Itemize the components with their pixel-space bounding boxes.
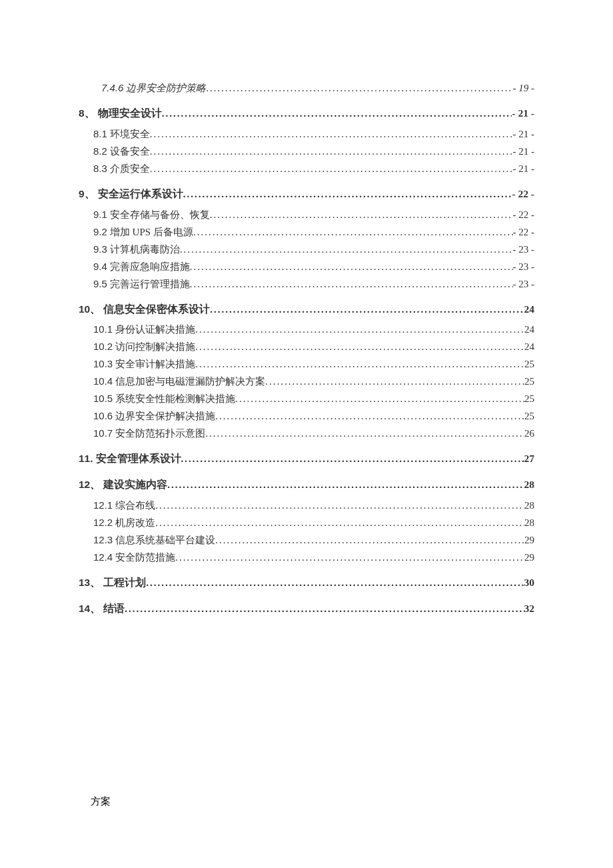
- toc-leader-dots: [235, 391, 524, 407]
- toc-leader-dots: [150, 161, 513, 177]
- toc-number: 9.4: [93, 261, 107, 272]
- toc-label: 9.2增加 UPS 后备电源: [93, 224, 193, 240]
- toc-number: 12、: [79, 479, 101, 490]
- toc-label: 10.2访问控制解决措施: [93, 339, 195, 355]
- toc-title: 安全防范措施: [115, 552, 175, 563]
- toc-page-number: - 23 -: [513, 259, 535, 275]
- toc-row: 9.5完善运行管理措施- 23 -: [93, 276, 534, 292]
- toc-label: 12.4安全防范措施: [93, 549, 175, 565]
- toc-title: 安全审计解决措施: [115, 359, 195, 369]
- toc-label: 10.5系统安全性能检测解决措施: [93, 391, 235, 407]
- toc-label: 10.1身份认证解决措施: [93, 321, 195, 337]
- toc-title: 工程计划: [103, 577, 146, 588]
- toc-label: 12.2机房改造: [93, 515, 155, 531]
- toc-page-number: 28: [524, 497, 534, 513]
- toc-row: 9.4完善应急响应措施- 23 -: [93, 259, 534, 275]
- toc-leader-dots: [195, 339, 524, 355]
- toc-leader-dots: [193, 224, 513, 240]
- toc-leader-dots: [181, 451, 524, 467]
- toc-title: 安全防范拓扑示意图: [115, 428, 205, 439]
- toc-number: 14、: [79, 603, 101, 614]
- toc-page-number: - 19 -: [513, 80, 535, 96]
- toc-page-number: 30: [524, 575, 535, 591]
- toc-row: 12.3信息系统基础平台建设29: [93, 532, 534, 548]
- toc-title: 信息系统基础平台建设: [115, 535, 215, 545]
- toc-label: 10.4信息加密与电磁泄漏防护解决方案: [93, 373, 265, 389]
- toc-title: 系统安全性能检测解决措施: [115, 393, 235, 404]
- toc-page-number: - 22 -: [513, 224, 535, 240]
- toc-number: 10.5: [93, 393, 113, 404]
- toc-row: 12.4安全防范措施29: [93, 549, 534, 565]
- toc-leader-dots: [265, 373, 524, 389]
- toc-page-number: - 21 -: [513, 161, 535, 177]
- toc-label: 8.2设备安全: [93, 143, 150, 159]
- toc-row: 9.1安全存储与备份、恢复- 22 -: [93, 207, 534, 223]
- toc-row: 10.1身份认证解决措施24: [93, 321, 534, 337]
- toc-row: 8、物理安全设计- 21 -: [79, 105, 534, 122]
- toc-number: 9.5: [93, 278, 107, 289]
- toc-title: 增加 UPS 后备电源: [110, 227, 193, 237]
- toc-page-number: 29: [524, 532, 534, 548]
- toc-title: 环境安全: [110, 129, 150, 139]
- toc-label: 9.1安全存储与备份、恢复: [93, 207, 210, 223]
- toc-page-number: - 21 -: [513, 126, 535, 142]
- toc-row: 8.1环境安全- 21 -: [93, 126, 534, 142]
- toc-list: 7.4.6边界安全防护策略- 19 -8、物理安全设计- 21 -8.1环境安全…: [79, 80, 534, 617]
- toc-label: 8.1环境安全: [93, 126, 150, 142]
- toc-label: 10.3安全审计解决措施: [93, 356, 195, 372]
- toc-number: 10.4: [93, 375, 113, 387]
- toc-number: 10.1: [93, 323, 113, 335]
- toc-label: 12、建设实施内容: [79, 477, 167, 493]
- toc-row: 10.3安全审计解决措施25: [93, 356, 534, 372]
- toc-number: 13、: [79, 577, 101, 588]
- toc-title: 完善应急响应措施: [110, 261, 190, 272]
- toc-label: 12.1综合布线: [93, 497, 155, 513]
- toc-label: 10、信息安全保密体系设计: [79, 301, 210, 318]
- toc-row: 12、建设实施内容28: [79, 477, 534, 493]
- toc-page-number: - 22 -: [513, 207, 535, 223]
- toc-row: 7.4.6边界安全防护策略- 19 -: [101, 80, 534, 96]
- toc-page-number: 24: [524, 339, 534, 355]
- toc-number: 11.: [79, 453, 93, 464]
- toc-label: 14、结语: [79, 601, 125, 617]
- toc-row: 10、信息安全保密体系设计24: [79, 301, 534, 318]
- toc-leader-dots: [215, 408, 524, 424]
- toc-title: 安全运行体系设计: [98, 188, 183, 199]
- toc-row: 12.2机房改造28: [93, 515, 534, 531]
- toc-title: 物理安全设计: [98, 107, 162, 119]
- toc-row: 10.2访问控制解决措施24: [93, 339, 534, 355]
- toc-number: 9.1: [93, 209, 107, 220]
- toc-row: 8.2设备安全- 21 -: [93, 143, 534, 159]
- toc-container: 7.4.6边界安全防护策略- 19 -8、物理安全设计- 21 -8.1环境安全…: [0, 0, 613, 617]
- toc-page-number: 28: [524, 515, 534, 531]
- toc-leader-dots: [195, 356, 524, 372]
- toc-row: 10.4信息加密与电磁泄漏防护解决方案25: [93, 373, 534, 389]
- toc-leader-dots: [150, 143, 513, 159]
- toc-title: 安全存储与备份、恢复: [110, 209, 210, 220]
- toc-page-number: - 22 -: [512, 186, 534, 203]
- toc-page-number: 25: [524, 356, 534, 372]
- footer-text: 方案: [91, 795, 111, 808]
- toc-leader-dots: [206, 80, 512, 96]
- toc-leader-dots: [210, 207, 513, 223]
- toc-label: 9.5完善运行管理措施: [93, 276, 190, 292]
- toc-leader-dots: [162, 105, 512, 121]
- toc-page-number: 25: [524, 391, 534, 407]
- toc-page-number: 32: [524, 601, 535, 617]
- toc-number: 12.2: [93, 517, 113, 528]
- toc-row: 10.7安全防范拓扑示意图26: [93, 425, 534, 441]
- toc-page-number: - 21 -: [512, 105, 534, 122]
- toc-number: 9.2: [93, 226, 107, 237]
- toc-page-number: - 23 -: [513, 276, 535, 292]
- toc-leader-dots: [146, 575, 524, 591]
- toc-number: 9.3: [93, 243, 107, 255]
- toc-number: 9、: [79, 188, 95, 199]
- toc-row: 11.安全管理体系设计27: [79, 451, 534, 467]
- toc-title: 计算机病毒防治: [110, 244, 180, 255]
- toc-number: 8.3: [93, 163, 107, 174]
- toc-title: 建设实施内容: [103, 479, 167, 490]
- toc-number: 12.1: [93, 499, 113, 511]
- toc-row: 12.1综合布线28: [93, 497, 534, 513]
- toc-leader-dots: [215, 532, 524, 548]
- toc-page-number: 28: [524, 477, 535, 493]
